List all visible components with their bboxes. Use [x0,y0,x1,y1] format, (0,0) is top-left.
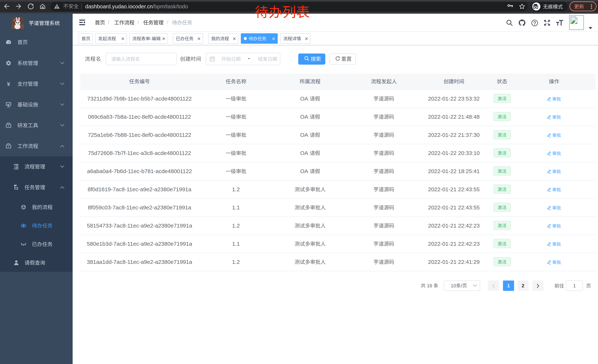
svg-text:¥: ¥ [7,81,10,87]
